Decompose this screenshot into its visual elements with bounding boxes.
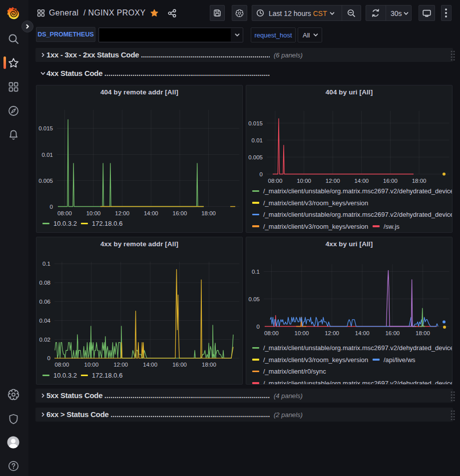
- svg-text:0.01: 0.01: [252, 137, 263, 143]
- svg-text:18:00: 18:00: [202, 362, 216, 368]
- svg-text:0.015: 0.015: [38, 125, 53, 131]
- svg-text:10:00: 10:00: [297, 178, 311, 184]
- svg-text:0: 0: [50, 204, 53, 210]
- svg-text:16:00: 16:00: [172, 362, 187, 368]
- svg-text:14:00: 14:00: [144, 210, 158, 216]
- svg-text:0.04: 0.04: [39, 318, 51, 324]
- svg-text:12:00: 12:00: [115, 210, 129, 216]
- svg-text:0.06: 0.06: [39, 299, 50, 305]
- svg-text:14:00: 14:00: [355, 330, 370, 336]
- svg-text:0.02: 0.02: [39, 337, 50, 343]
- svg-text:0.01: 0.01: [42, 152, 53, 158]
- svg-text:14:00: 14:00: [354, 178, 369, 184]
- svg-text:0.1: 0.1: [252, 269, 260, 275]
- svg-text:12:00: 12:00: [325, 330, 339, 336]
- svg-text:0.005: 0.005: [248, 154, 263, 160]
- svg-text:16:00: 16:00: [385, 330, 400, 336]
- svg-text:08:00: 08:00: [268, 178, 283, 184]
- svg-text:10:00: 10:00: [295, 330, 309, 336]
- svg-text:0.08: 0.08: [39, 280, 50, 286]
- svg-text:10:00: 10:00: [84, 362, 99, 368]
- svg-text:0.1: 0.1: [42, 261, 50, 267]
- svg-text:18:00: 18:00: [416, 330, 430, 336]
- svg-text:12:00: 12:00: [326, 178, 340, 184]
- svg-text:16:00: 16:00: [383, 178, 398, 184]
- svg-text:16:00: 16:00: [173, 210, 187, 216]
- svg-text:0.05: 0.05: [249, 296, 260, 302]
- svg-text:0.015: 0.015: [248, 120, 263, 126]
- svg-text:10:00: 10:00: [86, 210, 101, 216]
- svg-text:18:00: 18:00: [201, 210, 216, 216]
- svg-text:08:00: 08:00: [57, 210, 72, 216]
- svg-text:0.005: 0.005: [38, 178, 53, 184]
- svg-text:0: 0: [257, 324, 260, 330]
- svg-text:0: 0: [260, 171, 263, 177]
- svg-text:0: 0: [47, 355, 50, 361]
- svg-text:14:00: 14:00: [143, 362, 157, 368]
- svg-text:12:00: 12:00: [113, 362, 128, 368]
- svg-text:08:00: 08:00: [264, 330, 279, 336]
- svg-text:18:00: 18:00: [412, 178, 427, 184]
- svg-text:08:00: 08:00: [55, 362, 69, 368]
